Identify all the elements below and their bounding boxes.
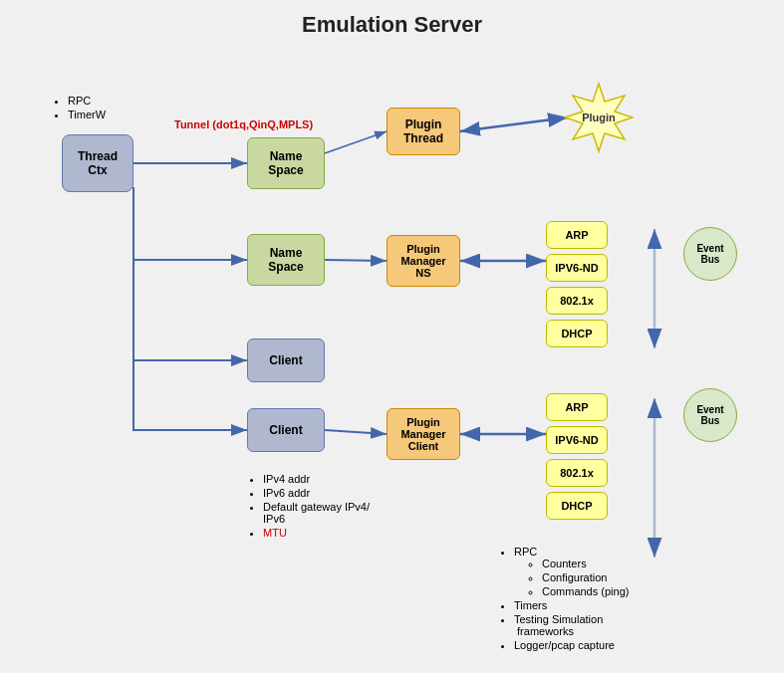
bottom-left-bullets: IPv4 addr IPv6 addr Default gateway IPv4… [247, 473, 370, 541]
top-left-bullets: RPC TimerW [52, 95, 106, 122]
proto-ns-dhcp: DHCP [546, 320, 608, 347]
page-title: Emulation Server [0, 0, 784, 38]
proto-client-arp: ARP [546, 393, 608, 421]
svg-line-6 [460, 117, 568, 131]
namespace1-box: Name Space [247, 137, 325, 189]
svg-line-7 [325, 260, 387, 261]
plugin-manager-client-box: Plugin Manager Client [387, 408, 460, 460]
plugin-thread-box: Plugin Thread [387, 108, 460, 155]
bottom-right-bullets: RPC Counters Configuration Commands (pin… [498, 546, 629, 653]
svg-line-9 [325, 430, 387, 434]
svg-line-5 [325, 131, 387, 153]
plugin-manager-ns-box: Plugin Manager NS [387, 235, 460, 287]
svg-text:Plugin: Plugin [582, 112, 616, 123]
proto-ns-8021x: 802.1x [546, 287, 608, 315]
event-bus-client: Event Bus [683, 388, 737, 442]
namespace2-box: Name Space [247, 234, 325, 286]
thread-ctx-box: Thread Ctx [62, 134, 133, 192]
proto-client-dhcp: DHCP [546, 492, 608, 520]
proto-client-8021x: 802.1x [546, 459, 608, 487]
client2-box: Client [247, 408, 325, 452]
plugin-box: Plugin [563, 82, 635, 153]
proto-ns-arp: ARP [546, 221, 608, 249]
proto-ns-ipv6nd: IPV6-ND [546, 254, 608, 282]
proto-client-ipv6nd: IPV6-ND [546, 426, 608, 454]
tunnel-text: Tunnel (dot1q,QinQ,MPLS) [174, 118, 313, 130]
client1-box: Client [247, 338, 325, 382]
event-bus-ns: Event Bus [683, 227, 737, 281]
